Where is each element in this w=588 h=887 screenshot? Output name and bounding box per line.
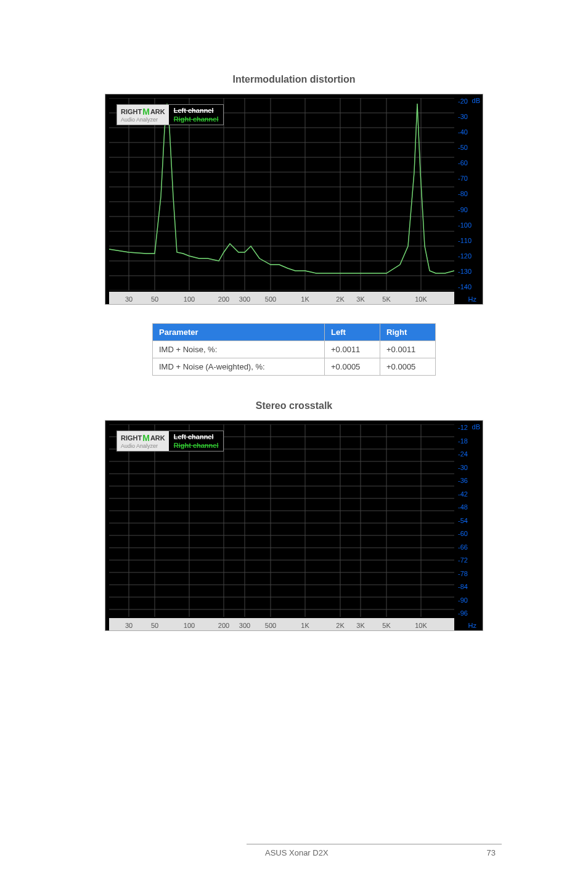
logo-text: RIGHT	[121, 434, 142, 442]
y-tick: -120	[455, 253, 483, 260]
y-tick: -90	[455, 597, 483, 604]
imd-table: Parameter Left Right IMD + Noise, %:+0.0…	[152, 323, 436, 376]
y-tick: -36	[455, 477, 483, 484]
cell-param: IMD + Noise, %:	[153, 341, 325, 358]
x-tick: 2K	[336, 622, 344, 629]
x-tick: 200	[218, 295, 229, 303]
imd-legend: RIGHT M ARK Audio Analyzer Left channel …	[116, 104, 224, 125]
y-tick: -48	[455, 504, 483, 511]
crosstalk-y-ticks: -12-18-24-30-36-42-48-54-60-66-72-78-84-…	[455, 424, 483, 617]
y-tick: -90	[455, 207, 483, 213]
x-tick: 30	[125, 295, 133, 303]
x-tick: 1K	[301, 622, 309, 629]
rightmark-logo: RIGHT M ARK Audio Analyzer	[117, 105, 169, 125]
cell-param: IMD + Noise (A-weighted), %:	[153, 358, 325, 376]
imd-chart: RIGHT M ARK Audio Analyzer Left channel …	[105, 94, 483, 305]
y-tick: -84	[455, 584, 483, 590]
footer-product: ASUS Xonar D2X	[265, 848, 329, 857]
y-tick: -18	[455, 438, 483, 445]
x-unit: Hz	[468, 295, 476, 303]
y-tick: -50	[455, 144, 483, 151]
y-tick: -80	[455, 191, 483, 197]
legend-right: Right channel	[174, 115, 219, 123]
imd-plot-area: RIGHT M ARK Audio Analyzer Left channel …	[109, 98, 454, 291]
y-tick: -24	[455, 451, 483, 458]
section-title-crosstalk: Stereo crosstalk	[99, 400, 489, 411]
x-tick: 500	[265, 622, 276, 629]
x-tick: 3K	[356, 622, 364, 629]
y-tick: -66	[455, 544, 483, 551]
x-tick: 500	[265, 295, 276, 303]
y-tick: -40	[455, 129, 483, 136]
x-tick: 300	[239, 622, 250, 629]
y-tick: -72	[455, 557, 483, 564]
logo-m-icon: M	[142, 107, 150, 117]
legend-left: Left channel	[174, 433, 219, 440]
cell-right: +0.0011	[380, 341, 436, 358]
x-tick: 10K	[415, 295, 427, 303]
th-param: Parameter	[153, 324, 325, 341]
crosstalk-plot-area: RIGHT M ARK Audio Analyzer Left channel …	[109, 424, 454, 617]
y-unit: dB	[472, 97, 480, 104]
x-tick: 2K	[336, 295, 344, 303]
y-tick: -60	[455, 160, 483, 167]
imd-y-ticks: -20-30-40-50-60-70-80-90-100-110-120-130…	[455, 98, 483, 291]
logo-sub: Audio Analyzer	[121, 117, 165, 123]
section-title-imd: Intermodulation distortion	[99, 74, 489, 85]
y-tick: -78	[455, 571, 483, 577]
x-tick: 200	[218, 622, 229, 629]
x-tick: 5K	[382, 295, 390, 303]
footer-page: 73	[487, 848, 496, 857]
x-tick: 50	[151, 295, 158, 303]
y-tick: -54	[455, 518, 483, 524]
y-tick: -70	[455, 175, 483, 182]
y-tick: -130	[455, 268, 483, 275]
crosstalk-legend: RIGHT M ARK Audio Analyzer Left channel …	[116, 431, 224, 452]
x-tick: 50	[151, 622, 158, 629]
y-tick: -60	[455, 530, 483, 537]
legend-right: Right channel	[174, 442, 219, 449]
cell-right: +0.0005	[380, 358, 436, 376]
y-tick: -140	[455, 284, 483, 291]
crosstalk-x-strip: 30501002003005001K2K3K5K10K Hz	[109, 618, 454, 630]
page-footer: ASUS Xonar D2X 73	[0, 844, 588, 862]
y-tick: -110	[455, 237, 483, 244]
logo-text: ARK	[150, 434, 165, 442]
x-tick: 100	[184, 295, 195, 303]
cell-left: +0.0005	[325, 358, 380, 376]
x-unit: Hz	[468, 622, 476, 629]
table-row: IMD + Noise, %:+0.0011+0.0011	[153, 341, 436, 358]
imd-x-strip: 30501002003005001K2K3K5K10K Hz	[109, 292, 454, 304]
logo-m-icon: M	[142, 433, 150, 443]
logo-text: RIGHT	[121, 108, 142, 115]
x-tick: 5K	[382, 622, 390, 629]
x-tick: 1K	[301, 295, 309, 303]
y-tick: -30	[455, 113, 483, 120]
table-row: IMD + Noise (A-weighted), %:+0.0005+0.00…	[153, 358, 436, 376]
cell-left: +0.0011	[325, 341, 380, 358]
th-right: Right	[380, 324, 436, 341]
x-tick: 300	[239, 295, 250, 303]
rightmark-logo: RIGHT M ARK Audio Analyzer	[117, 431, 169, 451]
x-tick: 3K	[356, 295, 364, 303]
crosstalk-chart: RIGHT M ARK Audio Analyzer Left channel …	[105, 420, 483, 631]
x-tick: 100	[184, 622, 195, 629]
logo-sub: Audio Analyzer	[121, 443, 165, 449]
y-tick: -30	[455, 464, 483, 471]
y-tick: -100	[455, 222, 483, 229]
th-left: Left	[325, 324, 380, 341]
x-tick: 10K	[415, 622, 427, 629]
y-unit: dB	[472, 423, 480, 431]
x-tick: 30	[125, 622, 133, 629]
y-tick: -42	[455, 491, 483, 498]
legend-left: Left channel	[174, 107, 219, 114]
y-tick: -96	[455, 610, 483, 617]
logo-text: ARK	[150, 108, 165, 115]
